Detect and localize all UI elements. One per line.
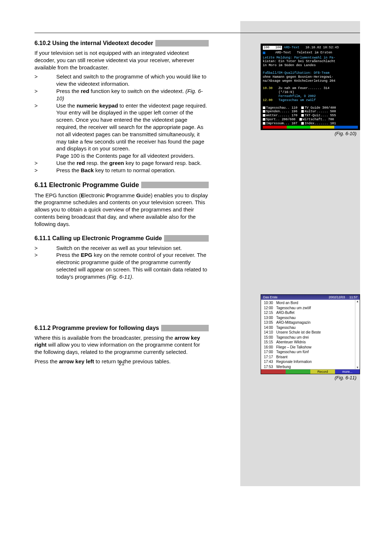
teletext-color-bar <box>263 126 358 129</box>
list-item: > Switch on the receiver as well as your… <box>34 245 209 252</box>
teletext-menu-row: Tagesschau.. 110 TV Guide 300/400 <box>263 106 358 110</box>
teletext-menu-row: Impressum... 107 Index....... 101 <box>263 122 358 126</box>
heading-text: 6.11.2 Programme preview for following d… <box>34 324 159 332</box>
epg-row[interactable]: 14:10Unsere Schule ist die Beste <box>262 330 354 335</box>
heading-6-11: 6.11 Electronic Programme Guide <box>34 181 209 190</box>
s1-intro: If your television set is not equipped w… <box>34 49 209 71</box>
main-column: 6.10.2 Using the internal Videotext deco… <box>34 39 209 365</box>
heading-6-11-2: 6.11.2 Programme preview for following d… <box>34 324 209 332</box>
heading-bar <box>164 235 209 242</box>
teletext-menu: Tagesschau.. 110 TV Guide 300/400Spenden… <box>263 106 358 126</box>
heading-text: 6.11 Electronic Programme Guide <box>34 181 139 190</box>
epg-row[interactable]: 15:15Abenteuer Wildnis <box>262 340 354 345</box>
content-area: 6.10.2 Using the internal Videotext deco… <box>34 33 360 511</box>
heading-text: 6.11.1 Calling up Electronic Programme G… <box>34 234 162 242</box>
figure-caption: (Fig. 6-11) <box>261 375 360 380</box>
epg-footer: Record more... <box>261 369 360 374</box>
teletext-menu-row: Spenden..... 196 Kultur...... 500 <box>263 110 358 114</box>
s2-intro: The EPG function (Electronic Programme G… <box>34 192 209 228</box>
epg-row[interactable]: 17:00Tagesschau um fünf <box>262 350 354 355</box>
ard-logo-icon <box>263 52 265 54</box>
teletext-screen: 100 100 ARD-Text 10.10.02 10:52:43 ARD-T… <box>261 44 360 130</box>
teletext-menu-row: Wetter...... 170 TXT-Quiz.... 555 <box>263 114 358 118</box>
heading-bar <box>161 325 209 331</box>
heading-6-10-2: 6.10.2 Using the internal Videotext deco… <box>34 39 209 47</box>
list-item: > Press the EPG key on the remote contro… <box>34 251 209 280</box>
epg-row[interactable]: 17:53Werbung <box>262 364 354 370</box>
epg-row[interactable]: 13:00Tagesschau <box>262 315 354 320</box>
epg-row[interactable]: 17:43Regionale Information <box>262 359 354 364</box>
heading-6-11-1: 6.11.1 Calling up Electronic Programme G… <box>34 234 209 242</box>
epg-row[interactable]: 10:30Mord an Bord <box>262 300 354 306</box>
teletext-menu-row: Sport.. 200/600 Wirtschaft.. 700 <box>263 118 358 122</box>
list-item: > Select and switch to the programme of … <box>34 73 209 88</box>
s1-list: > Select and switch to the programme of … <box>34 73 209 174</box>
scroll-down-icon[interactable]: ▼ <box>355 366 360 369</box>
heading-text: 6.10.2 Using the internal Videotext deco… <box>34 39 153 47</box>
list-item: > Press the Back key to return to normal… <box>34 167 209 174</box>
s4-p1: Where this is available from the broadca… <box>34 334 209 356</box>
figure-6-11: Das Erste 2002/12/03 11:57 10:30Mord an … <box>261 294 360 380</box>
epg-list: 10:30Mord an Bord12:00Tagesschau um zwöl… <box>261 300 355 369</box>
epg-row[interactable]: 16:00Fliege – Die Talkshow <box>262 345 354 350</box>
epg-row[interactable]: 14:00Tagesschau <box>262 325 354 330</box>
list-item: > Press the red function key to switch o… <box>34 88 209 102</box>
page-number: 21 <box>34 360 209 366</box>
figure-6-10: 100 100 ARD-Text 10.10.02 10:52:43 ARD-T… <box>261 44 360 136</box>
epg-row[interactable]: 13:05ARD-Mittagsmagazin <box>262 320 354 325</box>
epg-header: Das Erste 2002/12/03 11:57 <box>261 295 360 300</box>
list-item: > Use the red resp. the green key to pag… <box>34 160 209 167</box>
scroll-up-icon[interactable]: ▲ <box>355 300 360 303</box>
epg-row[interactable]: 12:00Tagesschau um zwölf <box>262 306 354 311</box>
heading-bar <box>141 182 209 188</box>
epg-row[interactable]: 17:17Brisant <box>262 355 354 360</box>
s3-list: > Switch on the receiver as well as your… <box>34 245 209 280</box>
page: 6.10.2 Using the internal Videotext deco… <box>0 0 392 533</box>
list-item: > Use the numeric keypad to enter the vi… <box>34 102 209 160</box>
figure-caption: (Fig. 6-10) <box>261 131 360 136</box>
epg-scrollbar[interactable]: ▲ ▼ <box>355 300 360 369</box>
top-rule <box>34 33 360 33</box>
epg-row[interactable]: 15:00Tagesschau um drei <box>262 335 354 340</box>
heading-bar <box>155 40 209 47</box>
epg-row[interactable]: 12:15ARD-Buffet <box>262 310 354 315</box>
epg-screen: Das Erste 2002/12/03 11:57 10:30Mord an … <box>261 294 360 374</box>
